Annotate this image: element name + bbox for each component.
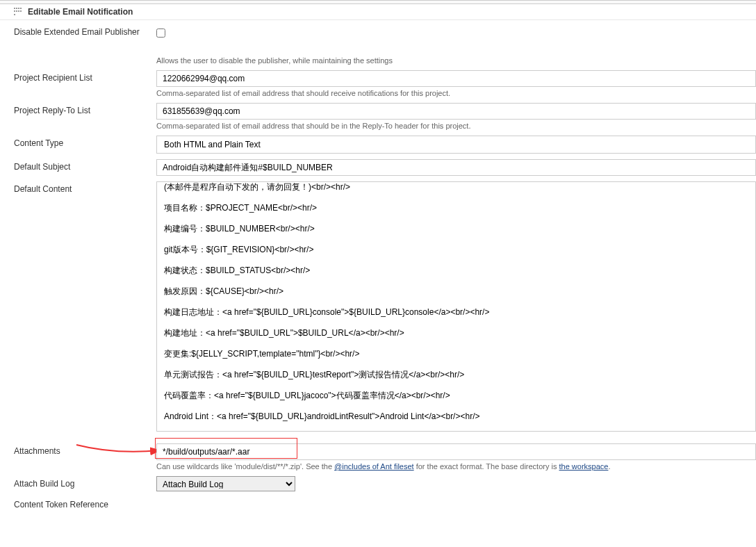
attachments-help: Can use wildcards like 'module/dist/**/*… [156,462,756,471]
content-type-input[interactable] [156,136,756,154]
reply-to-list-row: Project Reply-To List Comma-separated li… [14,103,756,130]
attachments-label: Attachments [14,443,156,456]
recipient-list-row: Project Recipient List Comma-separated l… [14,70,756,97]
attachments-input[interactable] [156,443,756,460]
recipient-list-help: Comma-separated list of email address th… [156,89,756,97]
disable-publisher-help: Allows the user to disable the publisher… [156,56,756,65]
attach-build-log-row: Attach Build Log Attach Build Log [14,476,756,491]
ant-fileset-link[interactable]: @includes of Ant fileset [334,462,414,471]
reply-to-list-help: Comma-separated list of email address th… [156,122,756,130]
attachments-row: Attachments Can use wildcards like 'modu… [14,443,756,471]
drag-handle-icon[interactable] [14,8,22,16]
default-subject-label: Default Subject [14,159,156,172]
default-content-textarea[interactable] [156,181,756,432]
section-header: Editable Email Notification [0,4,756,20]
content-token-ref-label: Content Token Reference [14,497,156,509]
content-type-label: Content Type [14,136,156,148]
reply-to-list-input[interactable] [156,103,756,120]
disable-publisher-row: Disable Extended Email Publisher Allows … [14,24,756,65]
arrow-annotation-icon [73,442,163,457]
recipient-list-input[interactable] [156,70,756,87]
default-subject-row: Default Subject [14,159,756,176]
content-token-ref-row: Content Token Reference [14,497,756,509]
default-content-label: Default Content [14,181,156,194]
default-content-row: Default Content [14,181,756,434]
attach-build-log-label: Attach Build Log [14,476,156,489]
reply-to-list-label: Project Reply-To List [14,103,156,115]
workspace-link[interactable]: the workspace [559,462,609,471]
disable-publisher-label: Disable Extended Email Publisher [14,24,156,37]
disable-publisher-checkbox[interactable] [156,28,165,38]
attach-build-log-select[interactable]: Attach Build Log [156,476,295,491]
section-title: Editable Email Notification [28,7,133,17]
default-subject-input[interactable] [156,159,756,176]
content-type-row: Content Type [14,136,756,154]
recipient-list-label: Project Recipient List [14,70,156,83]
